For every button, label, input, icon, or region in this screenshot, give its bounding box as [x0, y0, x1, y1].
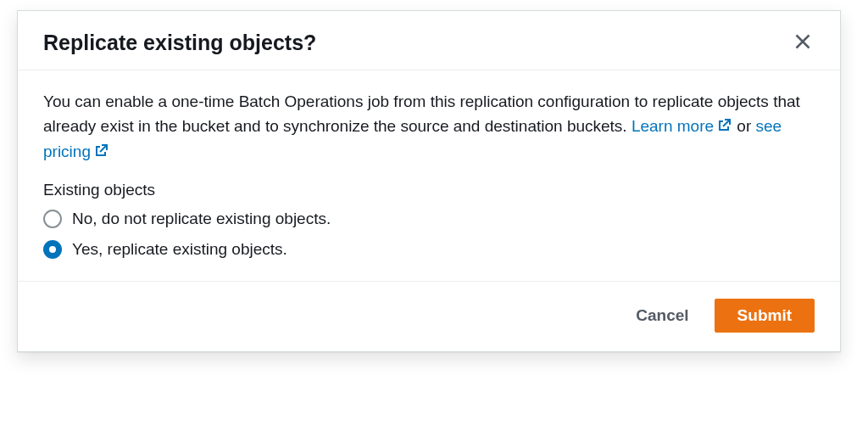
cancel-button[interactable]: Cancel: [629, 301, 695, 330]
existing-objects-label: Existing objects: [43, 181, 815, 199]
modal-description: You can enable a one-time Batch Operatio…: [43, 89, 815, 164]
modal-title: Replicate existing objects?: [43, 31, 316, 55]
learn-more-label: Learn more: [632, 117, 714, 135]
radio-option-no[interactable]: No, do not replicate existing objects.: [43, 210, 815, 228]
radio-option-yes[interactable]: Yes, replicate existing objects.: [43, 240, 815, 259]
modal-body: You can enable a one-time Batch Operatio…: [18, 70, 840, 281]
learn-more-link[interactable]: Learn more: [632, 117, 732, 135]
radio-icon: [43, 210, 62, 228]
radio-yes-label: Yes, replicate existing objects.: [72, 240, 287, 259]
external-link-icon: [94, 140, 108, 154]
modal-header: Replicate existing objects?: [18, 11, 840, 70]
modal-footer: Cancel Submit: [18, 281, 840, 351]
existing-objects-radio-group: No, do not replicate existing objects. Y…: [43, 210, 815, 259]
external-link-icon: [717, 115, 731, 128]
close-button[interactable]: [791, 30, 815, 56]
radio-icon-selected: [43, 240, 62, 259]
submit-button[interactable]: Submit: [715, 299, 815, 333]
or-text: or: [732, 117, 755, 135]
radio-no-label: No, do not replicate existing objects.: [72, 210, 331, 228]
close-icon: [794, 33, 811, 53]
replicate-existing-objects-modal: Replicate existing objects? You can enab…: [17, 10, 841, 352]
